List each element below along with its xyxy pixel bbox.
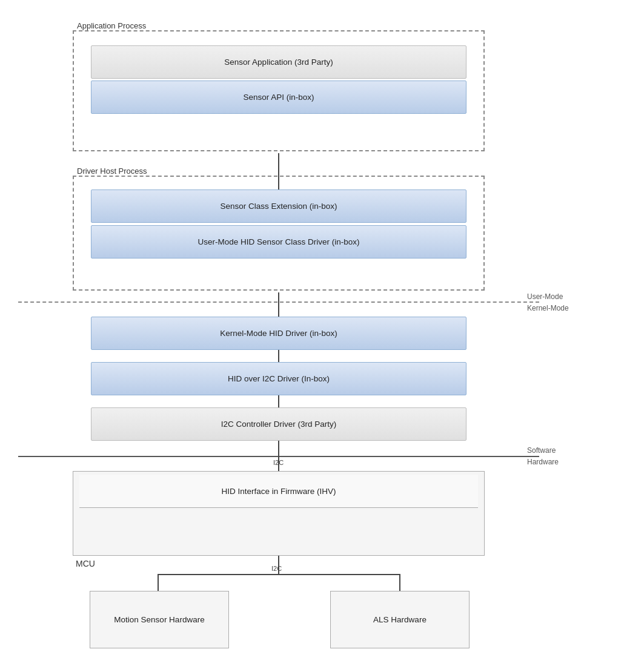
sensor-app-label: Sensor Application (3rd Party) [224, 58, 333, 67]
driver-host-process-label: Driver Host Process [77, 166, 147, 176]
sensor-class-ext-label: Sensor Class Extension (in-box) [221, 202, 337, 211]
hid-firmware-label: HID Interface in Firmware (IHV) [221, 487, 336, 496]
sensor-api-block: Sensor API (in-box) [91, 81, 466, 114]
kernel-mode-label: Kernel-Mode [527, 304, 569, 312]
hardware-label: Hardware [527, 458, 559, 466]
i2c-controller-label: I2C Controller Driver (3rd Party) [221, 420, 337, 429]
connector-driver-to-kernel [278, 292, 279, 317]
als-hardware-label: ALS Hardware [373, 615, 427, 624]
connector-hid-i2c-to-i2c-ctrl [278, 395, 279, 407]
user-mode-label: User-Mode [527, 292, 563, 301]
als-hardware-box: ALS Hardware [330, 591, 470, 648]
motion-sensor-box: Motion Sensor Hardware [90, 591, 229, 648]
hid-i2c-label: HID over I2C Driver (In-box) [228, 374, 330, 383]
hid-sensor-class-block: User-Mode HID Sensor Class Driver (in-bo… [91, 225, 466, 259]
i2c-controller-block: I2C Controller Driver (3rd Party) [91, 407, 466, 441]
connector-left-branch [158, 574, 159, 591]
connector-kernel-to-hid-i2c [278, 350, 279, 362]
mcu-box: HID Interface in Firmware (IHV) [73, 471, 485, 556]
hid-i2c-block: HID over I2C Driver (In-box) [91, 362, 466, 395]
mcu-empty-row [79, 510, 478, 543]
kernel-hid-label: Kernel-Mode HID Driver (in-box) [220, 329, 337, 338]
motion-sensor-label: Motion Sensor Hardware [114, 615, 204, 624]
software-label: Software [527, 446, 556, 455]
mcu-label: MCU [76, 559, 95, 568]
hid-sensor-class-label: User-Mode HID Sensor Class Driver (in-bo… [197, 237, 359, 246]
connector-right-branch [399, 574, 400, 591]
i2c-bottom-label: I2C [271, 565, 282, 572]
sensor-class-ext-block: Sensor Class Extension (in-box) [91, 189, 466, 223]
sensor-api-label: Sensor API (in-box) [243, 93, 314, 102]
hid-firmware-block: HID Interface in Firmware (IHV) [79, 475, 478, 508]
sensor-app-block: Sensor Application (3rd Party) [91, 45, 466, 79]
application-process-label: Application Process [77, 21, 146, 30]
architecture-diagram: Application Process Sensor Application (… [0, 0, 624, 672]
branch-horizontal [158, 574, 400, 575]
connector-i2c-to-firmware [278, 441, 279, 471]
kernel-hid-block: Kernel-Mode HID Driver (in-box) [91, 317, 466, 350]
